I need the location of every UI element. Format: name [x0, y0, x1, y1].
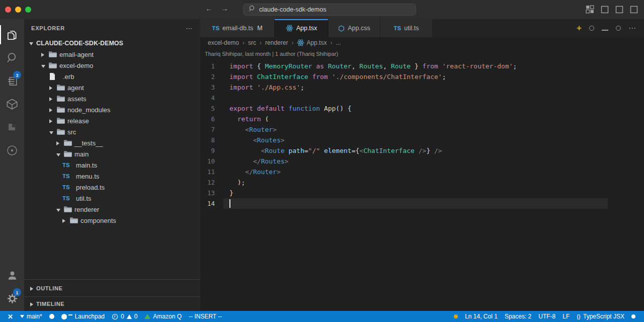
layout-square-icon[interactable]: [630, 6, 638, 16]
code-line-7[interactable]: 7 <Router>: [200, 124, 644, 135]
text-cursor: [229, 199, 230, 208]
code-line-14[interactable]: 14: [200, 198, 644, 209]
code-line-10[interactable]: 10 </Routes>: [200, 156, 644, 167]
breadcrumb-item[interactable]: App.tsx: [297, 39, 327, 46]
layout-square-icon[interactable]: [601, 6, 609, 16]
tab-util-ts[interactable]: TSutil.ts: [380, 19, 433, 37]
tree-item-main-ts[interactable]: TSmain.ts: [24, 159, 200, 171]
tree-item-menu-ts[interactable]: TSmenu.ts: [24, 171, 200, 182]
tree-item--erb[interactable]: .erb: [24, 71, 200, 82]
status-indentation[interactable]: Spaces: 2: [501, 311, 535, 322]
activity-bar-item-settings-gear[interactable]: 1: [0, 287, 24, 310]
code-line-11[interactable]: 11 </Router>: [200, 167, 644, 177]
status-launchpad[interactable]: Launchpad: [58, 311, 108, 322]
status-language-mode[interactable]: {}TypeScript JSX: [573, 311, 628, 322]
tree-item-util-ts[interactable]: TSutil.ts: [24, 193, 200, 204]
ts-icon: TS: [62, 184, 70, 190]
more-actions-icon[interactable]: ⋯: [186, 24, 193, 32]
chevron-down-icon: [56, 150, 61, 158]
circle-icon[interactable]: [616, 24, 621, 33]
breadcrumb-item[interactable]: renderer: [265, 39, 288, 46]
activity-bar-item-target[interactable]: [0, 139, 24, 162]
status-notification-dot[interactable]: [628, 311, 639, 322]
ellipsis-icon[interactable]: ⋯: [628, 24, 636, 33]
search-icon: [6, 51, 19, 64]
forward-icon[interactable]: →: [221, 4, 228, 13]
breadcrumb-item[interactable]: excel-demo: [208, 39, 239, 46]
tree-item--tests-[interactable]: __tests__: [24, 137, 200, 148]
tree-item-label: email-agent: [59, 51, 94, 58]
tree-item-release[interactable]: release: [24, 115, 200, 126]
activity-bar-item-search[interactable]: [0, 46, 24, 69]
tree-item-claude-code-sdk-demos[interactable]: CLAUDE-CODE-SDK-DEMOS: [24, 38, 200, 49]
back-icon[interactable]: ←: [205, 4, 213, 13]
line-content: import './App.css';: [223, 82, 304, 93]
tree-item-preload-ts[interactable]: TSpreload.ts: [24, 182, 200, 193]
code-line-4[interactable]: 4: [200, 93, 644, 103]
tab-label: App.css: [348, 25, 370, 32]
code-line-2[interactable]: 2import ChatInterface from './components…: [200, 71, 644, 82]
status-encoding[interactable]: UTF-8: [535, 311, 559, 322]
dash-icon[interactable]: [602, 24, 608, 33]
activity-bar-item-files[interactable]: [0, 23, 24, 46]
layout-grid-icon[interactable]: [586, 5, 594, 16]
activity-bar-item-cube[interactable]: [0, 93, 24, 116]
code-line-13[interactable]: 13}: [200, 188, 644, 198]
status-problems[interactable]: 00: [108, 311, 141, 322]
target-icon: [6, 144, 19, 157]
tree-item-src[interactable]: src: [24, 126, 200, 137]
file-tree: CLAUDE-CODE-SDK-DEMOSemail-agentexcel-de…: [24, 38, 200, 226]
tree-item-main[interactable]: main: [24, 148, 200, 159]
folder-icon: [48, 62, 57, 69]
tree-item-assets[interactable]: assets: [24, 93, 200, 104]
status-remote-indicator[interactable]: ✕: [4, 311, 17, 322]
tree-item-agent[interactable]: agent: [24, 82, 200, 93]
code-line-1[interactable]: 1import { MemoryRouter as Router, Routes…: [200, 61, 644, 71]
minimize-window-button[interactable]: [15, 7, 21, 13]
tab-app-tsx[interactable]: App.tsx: [275, 19, 329, 37]
tree-item-excel-demo[interactable]: excel-demo: [24, 60, 200, 71]
command-center-search[interactable]: claude-code-sdk-demos: [243, 4, 416, 16]
chevron-right-icon: [62, 217, 67, 224]
status-git-branch[interactable]: main*: [17, 311, 46, 322]
tree-item-node-modules[interactable]: node_modules: [24, 104, 200, 115]
code-line-9[interactable]: 9 <Route path="/" element={<ChatInterfac…: [200, 145, 644, 156]
breadcrumb-item[interactable]: ...: [336, 39, 341, 46]
status-dot-indicator[interactable]: [46, 311, 58, 322]
chevron-right-icon: [49, 117, 54, 125]
plus-icon[interactable]: +: [577, 24, 582, 33]
status-cursor-position[interactable]: Ln 14, Col 1: [461, 311, 501, 322]
tree-item-label: util.ts: [76, 195, 91, 202]
close-window-button[interactable]: [5, 7, 11, 13]
tree-item-components[interactable]: components: [24, 215, 200, 226]
tree-item-label: release: [67, 117, 89, 125]
zoom-window-button[interactable]: [25, 7, 31, 13]
ts-icon: TS: [62, 173, 70, 179]
activity-bar-item-list[interactable]: 3: [0, 69, 24, 93]
code-line-5[interactable]: 5export default function App() {: [200, 103, 644, 114]
code-line-8[interactable]: 8 <Routes>: [200, 135, 644, 145]
status-orange-dot-indicator[interactable]: [450, 311, 461, 322]
status-amazon-q[interactable]: Amazon Q: [141, 311, 185, 322]
section-header-outline[interactable]: OUTLINE: [24, 279, 200, 296]
activity-bar-item-blocks[interactable]: [0, 116, 24, 139]
status-vim-mode[interactable]: -- INSERT --: [185, 311, 225, 322]
tree-item-email-agent[interactable]: email-agent: [24, 49, 200, 60]
folder-icon: [63, 206, 72, 213]
tab-app-css[interactable]: App.css: [329, 19, 380, 37]
status-text: Spaces: 2: [505, 313, 531, 320]
circle-icon[interactable]: [589, 24, 594, 33]
section-header-timeline[interactable]: TIMELINE: [24, 296, 200, 311]
breadcrumb-item[interactable]: src: [248, 39, 256, 46]
chevron-down-icon: [49, 128, 54, 136]
activity-bar-item-account[interactable]: [0, 264, 24, 287]
dash-icon: [602, 30, 608, 31]
layout-square-icon[interactable]: [615, 6, 623, 16]
codelens-annotation[interactable]: Thariq Shihipar, last month | 1 author (…: [205, 51, 338, 57]
code-line-12[interactable]: 12 );: [200, 177, 644, 188]
code-line-6[interactable]: 6 return (: [200, 114, 644, 124]
code-line-3[interactable]: 3import './App.css';: [200, 82, 644, 93]
tree-item-renderer[interactable]: renderer: [24, 204, 200, 215]
status-eol[interactable]: LF: [559, 311, 573, 322]
tab-email-db-ts[interactable]: TSemail-db.tsM: [200, 19, 275, 37]
